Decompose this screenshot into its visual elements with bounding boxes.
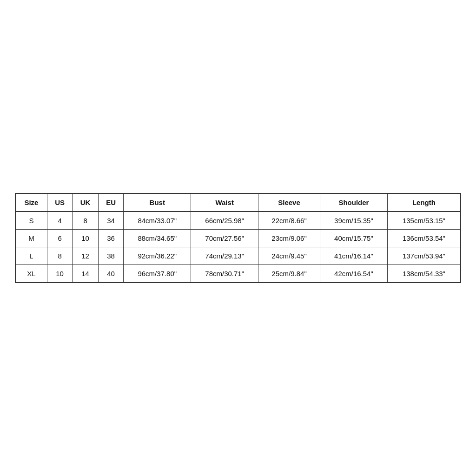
cell-shoulder-2: 41cm/16.14"	[320, 247, 387, 265]
cell-bust-3: 96cm/37.80"	[124, 265, 191, 283]
cell-waist-0: 66cm/25.98"	[191, 212, 258, 230]
cell-size-3: XL	[15, 265, 47, 283]
header-bust: Bust	[124, 193, 191, 212]
cell-waist-2: 74cm/29.13"	[191, 247, 258, 265]
cell-bust-2: 92cm/36.22"	[124, 247, 191, 265]
cell-eu-3: 40	[98, 265, 123, 283]
cell-uk-0: 8	[73, 212, 99, 230]
table-header-row: Size US UK EU Bust Waist Sleeve Shoulder…	[15, 193, 461, 212]
cell-shoulder-1: 40cm/15.75"	[320, 230, 387, 247]
header-uk: UK	[73, 193, 99, 212]
cell-bust-1: 88cm/34.65"	[124, 230, 191, 247]
cell-length-0: 135cm/53.15"	[387, 212, 461, 230]
cell-eu-2: 38	[98, 247, 123, 265]
cell-uk-2: 12	[73, 247, 99, 265]
cell-bust-0: 84cm/33.07"	[124, 212, 191, 230]
cell-length-3: 138cm/54.33"	[387, 265, 461, 283]
cell-waist-1: 70cm/27.56"	[191, 230, 258, 247]
cell-us-1: 6	[47, 230, 72, 247]
cell-us-2: 8	[47, 247, 72, 265]
table-row: M6103688cm/34.65"70cm/27.56"23cm/9.06"40…	[15, 230, 461, 247]
table-row: XL10144096cm/37.80"78cm/30.71"25cm/9.84"…	[15, 265, 461, 283]
cell-sleeve-2: 24cm/9.45"	[258, 247, 320, 265]
cell-waist-3: 78cm/30.71"	[191, 265, 258, 283]
header-sleeve: Sleeve	[258, 193, 320, 212]
cell-uk-3: 14	[73, 265, 99, 283]
cell-size-2: L	[15, 247, 47, 265]
cell-us-3: 10	[47, 265, 72, 283]
size-chart-table: Size US UK EU Bust Waist Sleeve Shoulder…	[15, 193, 461, 283]
cell-sleeve-0: 22cm/8.66"	[258, 212, 320, 230]
table-row: L8123892cm/36.22"74cm/29.13"24cm/9.45"41…	[15, 247, 461, 265]
cell-us-0: 4	[47, 212, 72, 230]
cell-uk-1: 10	[73, 230, 99, 247]
cell-shoulder-0: 39cm/15.35"	[320, 212, 387, 230]
table-row: S483484cm/33.07"66cm/25.98"22cm/8.66"39c…	[15, 212, 461, 230]
cell-eu-1: 36	[98, 230, 123, 247]
cell-length-2: 137cm/53.94"	[387, 247, 461, 265]
header-waist: Waist	[191, 193, 258, 212]
header-size: Size	[15, 193, 47, 212]
cell-size-1: M	[15, 230, 47, 247]
cell-size-0: S	[15, 212, 47, 230]
header-shoulder: Shoulder	[320, 193, 387, 212]
cell-shoulder-3: 42cm/16.54"	[320, 265, 387, 283]
cell-length-1: 136cm/53.54"	[387, 230, 461, 247]
cell-eu-0: 34	[98, 212, 123, 230]
cell-sleeve-1: 23cm/9.06"	[258, 230, 320, 247]
header-length: Length	[387, 193, 461, 212]
size-chart-container: Size US UK EU Bust Waist Sleeve Shoulder…	[15, 193, 461, 283]
cell-sleeve-3: 25cm/9.84"	[258, 265, 320, 283]
header-us: US	[47, 193, 72, 212]
header-eu: EU	[98, 193, 123, 212]
